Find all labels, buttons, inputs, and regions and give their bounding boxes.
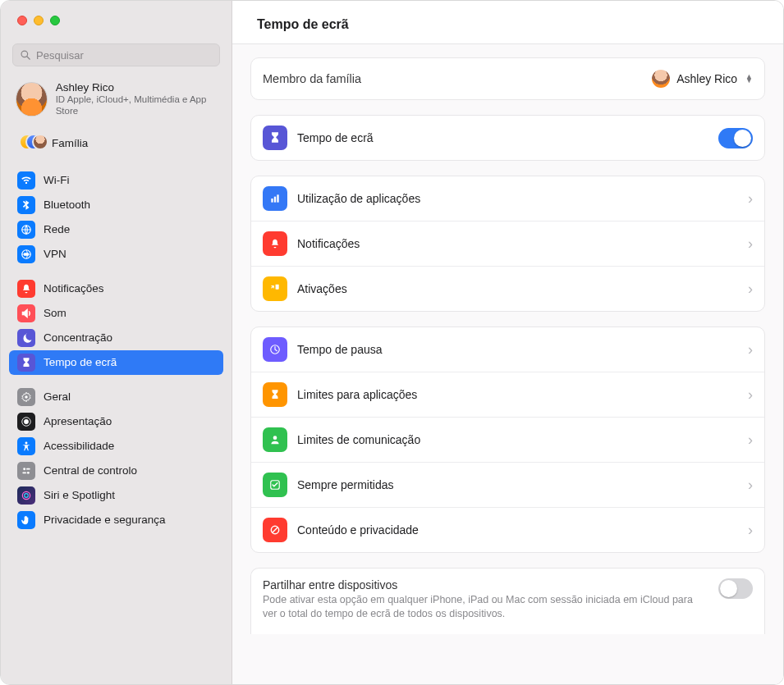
svg-rect-18 [276, 285, 278, 289]
usage-row-chart[interactable]: Utilização de aplicações› [251, 176, 764, 221]
account-subtitle: ID Apple, iCloud+, Multimédia e App Stor… [56, 94, 217, 117]
downtime-icon [263, 337, 287, 362]
chevron-right-icon: › [748, 235, 753, 253]
sidebar-item-label: Bluetooth [44, 199, 90, 211]
sidebar-item-display[interactable]: Apresentação [9, 409, 223, 434]
controls-icon [17, 462, 35, 480]
network-icon [17, 221, 35, 239]
sidebar-item-bell[interactable]: Notificações [9, 276, 223, 301]
bell-icon [263, 231, 287, 256]
content-scroll[interactable]: Membro da família Ashley Rico ▲▼ Tempo d… [232, 44, 783, 684]
chevron-right-icon: › [748, 386, 753, 404]
row-label: Tempo de pausa [297, 343, 738, 356]
limits-card: Tempo de pausa›Limites para aplicações›L… [250, 327, 765, 553]
chevron-right-icon: › [748, 190, 753, 208]
account-name: Ashley Rico [56, 81, 217, 94]
usage-card: Utilização de aplicações›Notificações›At… [250, 176, 765, 312]
limits-row-hourglass[interactable]: Limites para aplicações› [251, 372, 764, 417]
hand-icon [17, 511, 35, 529]
sound-icon [17, 304, 35, 322]
svg-rect-16 [274, 197, 276, 203]
svg-line-23 [273, 527, 278, 533]
share-devices-row: Partilhar entre dispositivos Pode ativar… [251, 569, 764, 634]
sidebar: Ashley Rico ID Apple, iCloud+, Multimédi… [1, 1, 232, 684]
search-field[interactable] [12, 43, 220, 66]
sidebar-item-hourglass[interactable]: Tempo de ecrã [9, 350, 223, 375]
apple-id-account[interactable]: Ashley Rico ID Apple, iCloud+, Multimédi… [9, 78, 223, 126]
family-member-picker[interactable]: Ashley Rico ▲▼ [652, 70, 753, 88]
sidebar-item-moon[interactable]: Concentração [9, 326, 223, 350]
wifi-icon [17, 171, 35, 190]
sidebar-nav: Wi-FiBluetoothRedeVPNNotificaçõesSomConc… [9, 167, 223, 541]
siri-icon [17, 486, 35, 505]
limits-row-check[interactable]: Sempre permitidas› [251, 462, 764, 507]
sidebar-item-label: Concentração [44, 331, 112, 344]
usage-row-pickup[interactable]: Ativações› [251, 266, 764, 311]
family-icon [19, 134, 44, 153]
prohibit-icon [263, 518, 287, 542]
row-label: Notificações [297, 237, 738, 250]
svg-rect-12 [22, 472, 26, 473]
sidebar-item-hand[interactable]: Privacidade e segurança [9, 508, 223, 532]
sidebar-item-label: Central de controlo [44, 464, 137, 477]
sidebar-item-gear[interactable]: Geral [9, 385, 223, 409]
chevron-right-icon: › [748, 341, 753, 358]
screen-time-toggle-label: Tempo de ecrã [297, 131, 708, 144]
sidebar-item-siri[interactable]: Siri e Spotlight [9, 483, 223, 508]
share-title: Partilhar entre dispositivos [263, 578, 707, 591]
sidebar-item-network[interactable]: Rede [9, 217, 223, 242]
hourglass-icon [17, 354, 35, 372]
sidebar-family[interactable]: Família [9, 129, 223, 163]
sidebar-item-controls[interactable]: Central de controlo [9, 459, 223, 483]
chevron-right-icon: › [748, 522, 753, 539]
sidebar-item-sound[interactable]: Som [9, 301, 223, 326]
screen-time-toggle[interactable] [718, 128, 753, 148]
vpn-icon [17, 245, 35, 263]
sidebar-item-label: Rede [44, 223, 70, 235]
sidebar-item-label: Siri e Spotlight [44, 489, 115, 501]
maximize-button[interactable] [50, 16, 60, 25]
sidebar-item-label: Wi-Fi [44, 174, 69, 186]
moon-icon [17, 329, 35, 347]
minimize-button[interactable] [34, 16, 44, 25]
svg-point-6 [24, 419, 29, 424]
usage-row-bell[interactable]: Notificações› [251, 221, 764, 266]
chart-icon [263, 186, 287, 211]
svg-rect-15 [271, 199, 273, 203]
svg-point-13 [22, 491, 30, 499]
share-toggle[interactable] [718, 578, 753, 599]
share-desc: Pode ativar esta opção em qualquer iPhon… [263, 593, 707, 621]
sidebar-group: NotificaçõesSomConcentraçãoTempo de ecrã [9, 275, 223, 383]
sidebar-item-bluetooth[interactable]: Bluetooth [9, 193, 223, 217]
close-button[interactable] [17, 16, 27, 25]
sidebar-item-label: Apresentação [44, 415, 112, 427]
sidebar-group: GeralApresentaçãoAcessibilidadeCentral d… [9, 383, 223, 541]
sidebar-family-label: Família [52, 137, 88, 149]
svg-point-8 [25, 441, 28, 444]
chevron-right-icon: › [748, 432, 753, 449]
sidebar-item-label: Notificações [44, 282, 104, 295]
screen-time-toggle-card: Tempo de ecrã [250, 115, 765, 161]
search-icon [20, 49, 31, 61]
sidebar-item-label: Tempo de ecrã [44, 356, 117, 368]
svg-point-11 [27, 472, 30, 474]
family-member-row[interactable]: Membro da família Ashley Rico ▲▼ [251, 58, 764, 99]
limits-row-downtime[interactable]: Tempo de pausa› [251, 327, 764, 372]
svg-point-14 [25, 493, 29, 497]
family-member-card: Membro da família Ashley Rico ▲▼ [250, 57, 765, 100]
sidebar-item-access[interactable]: Acessibilidade [9, 434, 223, 459]
svg-point-20 [273, 436, 277, 440]
svg-rect-4 [24, 253, 29, 256]
sidebar-item-label: Som [44, 307, 66, 319]
limits-row-person[interactable]: Limites de comunicação› [251, 417, 764, 462]
person-icon [263, 427, 287, 452]
search-input[interactable] [36, 49, 213, 62]
row-label: Utilização de aplicações [297, 192, 738, 205]
sidebar-item-wifi[interactable]: Wi-Fi [9, 168, 223, 193]
row-label: Limites para aplicações [297, 388, 738, 401]
display-icon [17, 413, 35, 431]
limits-row-prohibit[interactable]: Conteúdo e privacidade› [251, 507, 764, 552]
page-title: Tempo de ecrã [232, 1, 783, 43]
sidebar-item-vpn[interactable]: VPN [9, 242, 223, 267]
family-member-value: Ashley Rico [676, 72, 737, 85]
